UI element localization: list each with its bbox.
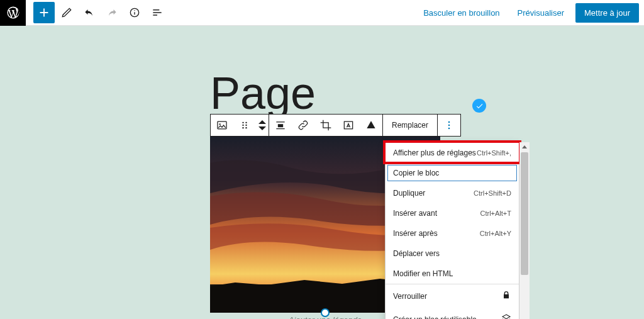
svg-point-14 [448, 128, 450, 130]
svg-point-2 [134, 10, 135, 11]
editor-canvas: Page Remplacer [0, 26, 644, 319]
menu-scrollbar[interactable] [519, 142, 530, 319]
info-icon[interactable] [124, 2, 145, 23]
svg-point-5 [242, 122, 243, 123]
saved-indicator-icon [472, 99, 486, 113]
menu-item-insert-before[interactable]: Insérer avantCtrl+Alt+T [386, 203, 519, 223]
more-options-icon[interactable] [438, 114, 460, 137]
reusable-icon [501, 313, 511, 319]
svg-point-13 [448, 125, 450, 126]
menu-item-copy-block[interactable]: Copier le bloc [386, 163, 519, 183]
text-overlay-icon[interactable] [337, 114, 360, 137]
block-toolbar: Remplacer [210, 114, 461, 137]
drag-handle-icon[interactable] [233, 114, 256, 137]
scroll-thumb[interactable] [521, 152, 528, 275]
align-icon[interactable] [269, 114, 292, 137]
menu-item-edit-html[interactable]: Modifier en HTML [386, 264, 519, 284]
menu-item-duplicate[interactable]: DupliquerCtrl+Shift+D [386, 183, 519, 203]
menu-item-lock[interactable]: Verrouiller [386, 284, 519, 308]
block-options-menu: Afficher plus de réglagesCtrl+Shift+, Co… [385, 142, 519, 319]
svg-point-6 [245, 122, 247, 123]
switch-to-draft-link[interactable]: Basculer en brouillon [417, 4, 506, 21]
update-button[interactable]: Mettre à jour [575, 3, 639, 23]
duotone-filter-icon[interactable] [360, 114, 382, 137]
svg-point-12 [448, 121, 450, 123]
page-title[interactable]: Page [210, 67, 316, 119]
replace-button[interactable]: Remplacer [383, 121, 437, 130]
svg-point-8 [245, 125, 247, 126]
wordpress-logo-icon[interactable] [0, 0, 26, 26]
scroll-up-icon[interactable] [519, 142, 530, 152]
menu-item-insert-after[interactable]: Insérer aprèsCtrl+Alt+Y [386, 223, 519, 243]
preview-link[interactable]: Prévisualiser [511, 4, 570, 21]
add-block-button[interactable] [33, 2, 55, 23]
move-up-down-icon[interactable] [256, 114, 269, 137]
svg-point-10 [245, 127, 247, 128]
lock-icon [501, 290, 511, 302]
menu-item-show-more-settings[interactable]: Afficher plus de réglagesCtrl+Shift+, [386, 143, 519, 163]
svg-point-7 [242, 125, 243, 126]
crop-icon[interactable] [314, 114, 337, 137]
list-view-icon[interactable] [147, 2, 168, 23]
redo-icon[interactable] [101, 2, 123, 23]
undo-icon[interactable] [79, 2, 100, 23]
image-block-icon[interactable] [211, 114, 233, 137]
link-icon[interactable] [292, 114, 314, 137]
svg-point-4 [219, 123, 221, 125]
editor-topbar: Basculer en brouillon Prévisualiser Mett… [0, 0, 644, 26]
menu-item-move-to[interactable]: Déplacer vers [386, 243, 519, 264]
svg-point-9 [242, 127, 243, 128]
menu-item-reusable-block[interactable]: Créer un bloc réutilisable [386, 308, 519, 319]
edit-tool-icon[interactable] [56, 2, 77, 23]
